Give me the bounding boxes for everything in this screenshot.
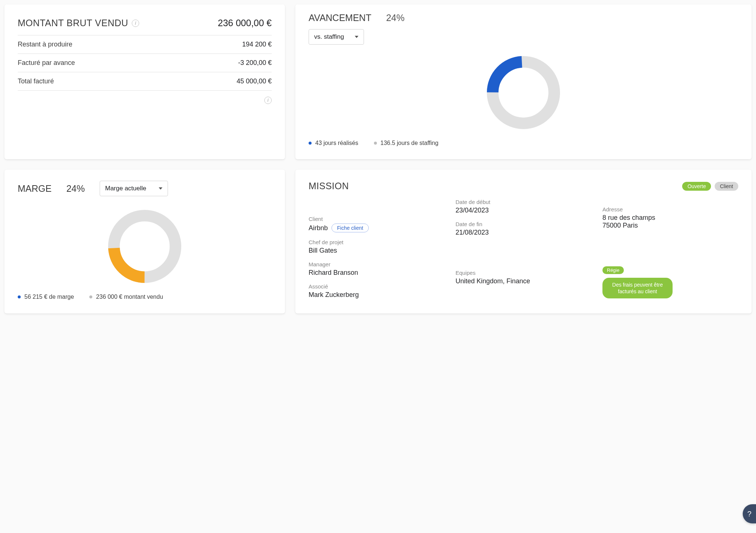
remaining-value: 194 200 € [242, 41, 272, 48]
total-billed-value: 45 000,00 € [237, 77, 272, 85]
mission-body: Client Airbnb Fiche client Chef de proje… [309, 199, 738, 299]
margin-header: MARGE 24% Marge actuelle [18, 181, 272, 196]
start-date-field: Date de début 23/04/2023 [456, 199, 591, 214]
address-field: Adresse 8 rue des champs 75000 Paris [602, 206, 738, 229]
margin-donut [18, 198, 272, 294]
billed-in-advance-row: Facturé par avance -3 200,00 € [18, 54, 272, 72]
chevron-down-icon [355, 36, 358, 38]
legend-realized-text: 43 jours réalisés [315, 140, 358, 146]
legend-sold-text: 236 000 € montant vendu [96, 294, 163, 300]
manager-value: Richard Branson [309, 269, 444, 277]
progress-donut [309, 45, 738, 140]
margin-legend: 56 215 € de marge 236 000 € montant vend… [18, 294, 272, 300]
legend-realized-days: 43 jours réalisés [309, 140, 358, 146]
regie-tag: Régie [602, 266, 624, 274]
dot-icon [18, 295, 21, 298]
client-label: Client [309, 216, 444, 222]
progress-card: AVANCEMENT 24% vs. staffing 43 jours réa… [295, 4, 752, 159]
remaining-to-produce-row: Restant à produire 194 200 € [18, 35, 272, 54]
advance-label: Facturé par avance [18, 59, 75, 67]
margin-mode-select[interactable]: Marge actuelle [100, 181, 168, 196]
margin-card: MARGE 24% Marge actuelle 56 215 € de mar… [4, 170, 285, 314]
client-sheet-chip[interactable]: Fiche client [331, 224, 369, 232]
dot-icon [374, 142, 377, 145]
progress-mode-select[interactable]: vs. staffing [309, 29, 364, 45]
info-icon[interactable]: i [264, 97, 272, 104]
legend-staffing-text: 136.5 jours de staffing [381, 140, 439, 146]
margin-select-value: Marge actuelle [105, 185, 147, 192]
advance-value: -3 200,00 € [238, 59, 272, 67]
client-field: Client Airbnb Fiche client [309, 216, 444, 232]
address-line2: 75000 Paris [602, 222, 738, 229]
manager-field: Manager Richard Branson [309, 261, 444, 277]
dot-icon [89, 295, 92, 298]
margin-title: MARGE [18, 183, 52, 194]
address-line1: 8 rue des champs [602, 214, 738, 222]
partner-label: Associé [309, 283, 444, 290]
progress-header: AVANCEMENT 24% [309, 13, 738, 23]
margin-percent: 24% [66, 183, 85, 194]
client-value: Airbnb [309, 224, 328, 232]
gross-sold-title-text: MONTANT BRUT VENDU [18, 18, 128, 28]
start-date-label: Date de début [456, 199, 591, 205]
info-icon[interactable]: i [132, 20, 139, 27]
project-lead-value: Bill Gates [309, 247, 444, 255]
chevron-down-icon [159, 187, 162, 190]
fees-callout: Des frais peuvent être facturés au clien… [602, 278, 673, 298]
billing-info: Régie Des frais peuvent être facturés au… [602, 266, 738, 298]
gross-sold-value: 236 000,00 € [218, 18, 272, 28]
mission-header: MISSION Ouverte Client [309, 181, 738, 191]
teams-field: Equipes United Kingdom, Finance [456, 270, 591, 285]
legend-margin-text: 56 215 € de marge [24, 294, 74, 300]
project-lead-label: Chef de projet [309, 239, 444, 245]
legend-margin-amount: 56 215 € de marge [18, 294, 74, 300]
manager-label: Manager [309, 261, 444, 267]
teams-value: United Kingdom, Finance [456, 277, 591, 285]
progress-title: AVANCEMENT [309, 13, 371, 23]
mission-col-3: Adresse 8 rue des champs 75000 Paris Rég… [602, 199, 738, 299]
dot-icon [309, 142, 312, 145]
mission-col-1: Client Airbnb Fiche client Chef de proje… [309, 199, 444, 299]
mission-card: MISSION Ouverte Client Client Airbnb Fic… [295, 170, 752, 314]
total-billed-label: Total facturé [18, 77, 54, 85]
project-lead-field: Chef de projet Bill Gates [309, 239, 444, 255]
total-billed-row: Total facturé 45 000,00 € [18, 72, 272, 91]
progress-legend: 43 jours réalisés 136.5 jours de staffin… [309, 140, 738, 146]
progress-select-value: vs. staffing [314, 33, 344, 41]
start-date-value: 23/04/2023 [456, 207, 591, 214]
status-client-tag: Client [715, 182, 738, 191]
mission-title: MISSION [309, 181, 349, 191]
end-date-field: Date de fin 21/08/2023 [456, 221, 591, 236]
legend-sold-amount: 236 000 € montant vendu [89, 294, 163, 300]
end-date-value: 21/08/2023 [456, 229, 591, 236]
mission-tags: Ouverte Client [682, 182, 738, 191]
trailing-info-row: i [18, 91, 272, 104]
address-label: Adresse [602, 206, 738, 212]
remaining-label: Restant à produire [18, 41, 72, 48]
partner-value: Mark Zuckerberg [309, 291, 444, 299]
gross-sold-title: MONTANT BRUT VENDU i [18, 18, 139, 28]
status-open-tag: Ouverte [682, 182, 711, 191]
gross-sold-header: MONTANT BRUT VENDU i 236 000,00 € [18, 15, 272, 35]
end-date-label: Date de fin [456, 221, 591, 227]
progress-percent: 24% [386, 13, 405, 23]
mission-col-2: Date de début 23/04/2023 Date de fin 21/… [456, 199, 591, 299]
teams-label: Equipes [456, 270, 591, 276]
gross-sold-card: MONTANT BRUT VENDU i 236 000,00 € Restan… [4, 4, 285, 159]
partner-field: Associé Mark Zuckerberg [309, 283, 444, 299]
legend-staffing-days: 136.5 jours de staffing [374, 140, 439, 146]
